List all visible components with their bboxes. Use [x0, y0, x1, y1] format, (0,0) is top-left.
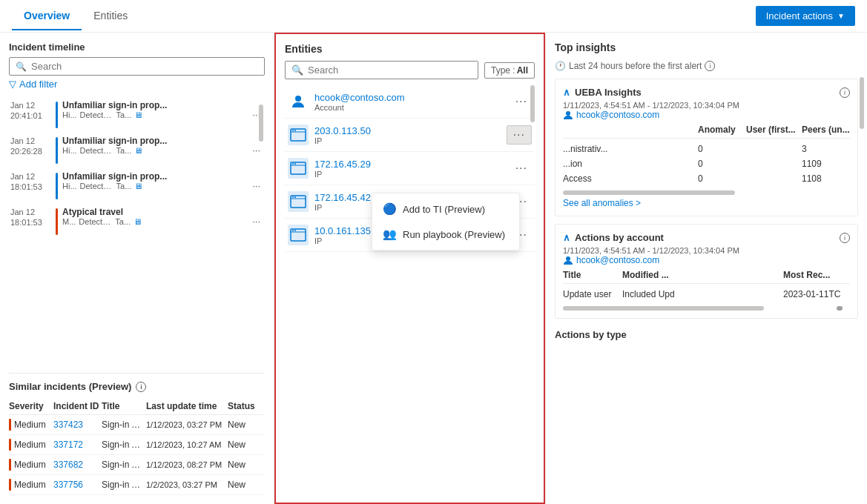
row2-title: Sign-in Activity from Suspicious ... [102, 440, 146, 450]
timeline-item[interactable]: Jan 1218:01:53 Unfamiliar sign-in prop..… [9, 168, 265, 202]
timeline-more-3[interactable]: ··· [249, 180, 263, 191]
timeline-scrollbar[interactable] [259, 105, 263, 142]
entities-search-box[interactable]: 🔍 [285, 61, 478, 79]
actions-h-scrollbar[interactable] [563, 306, 764, 311]
row3-id[interactable]: 337682 [53, 460, 102, 470]
entity-name-1[interactable]: hcook@contoso.com [314, 92, 505, 103]
entity-info-2: 203.0.113.50 IP [314, 125, 501, 145]
row4-title: Sign-in Activity from Suspicious ... [102, 480, 146, 490]
actions-date: 1/11/2023, 4:54:51 AM - 1/12/2023, 10:34… [563, 246, 850, 255]
insights-subtitle: 🕐 Last 24 hours before the first alert i [555, 61, 858, 71]
device-icon-1: 🖥 [134, 110, 142, 119]
device-icon-3: 🖥 [134, 182, 142, 190]
ueba-info-icon[interactable]: i [840, 87, 850, 98]
col-header-title: Title [102, 401, 146, 411]
entity-more-3[interactable]: ··· [511, 160, 532, 176]
entities-search-icon: 🔍 [291, 64, 303, 76]
entities-search-input[interactable] [308, 64, 472, 76]
timeline-content-3: Unfamiliar sign-in prop... Hi... Detecte… [62, 171, 245, 190]
type-filter-button[interactable]: Type : All [484, 62, 535, 79]
type-filter-label: Type : [491, 65, 515, 76]
timeline-content-4: Atypical travel M... Detected b... Ta...… [62, 207, 245, 226]
timeline-content-2: Unfamiliar sign-in prop... Hi... Detecte… [62, 136, 245, 155]
row1-id[interactable]: 337423 [53, 420, 102, 430]
tab-overview[interactable]: Overview [12, 2, 82, 30]
entities-scrollbar[interactable] [530, 85, 535, 122]
actions-collapse-icon[interactable]: ∧ [563, 232, 570, 243]
context-menu-add-ti[interactable]: 🔵 Add to TI (Preview) [372, 196, 519, 222]
timeline-bar-2 [56, 137, 58, 164]
row4-id[interactable]: 337756 [53, 480, 102, 490]
similar-row-2[interactable]: Medium 337172 Sign-in Activity from Susp… [9, 435, 265, 455]
entity-type-2: IP [314, 136, 501, 145]
timeline-item[interactable]: Jan 1220:26:28 Unfamiliar sign-in prop..… [9, 133, 265, 167]
add-filter-button[interactable]: ▽ Add filter [9, 79, 265, 90]
row1-title: Sign-in Activity from Suspicious ... [102, 420, 146, 430]
entity-item-1[interactable]: hcook@contoso.com Account ··· [285, 85, 535, 119]
entity-name-3[interactable]: 172.16.45.29 [314, 159, 505, 170]
svg-point-15 [292, 230, 294, 231]
timeline-tags-4: M... Detected b... Ta... 🖥 [62, 217, 245, 226]
search-icon: 🔍 [16, 62, 27, 72]
ueba-h-scrollbar[interactable] [563, 190, 735, 195]
actions-row-1: Update user Included Upd 2023-01-11TC [563, 287, 850, 302]
entity-more-1[interactable]: ··· [511, 93, 532, 110]
incident-actions-button[interactable]: Incident actions ▼ [756, 6, 855, 26]
timeline-bar-4 [56, 208, 58, 235]
entity-list: hcook@contoso.com Account ··· 203.0.113.… [285, 85, 535, 494]
timeline-items: Jan 1220:41:01 Unfamiliar sign-in prop..… [9, 97, 265, 238]
ueba-header: ∧ UEBA Insights i [563, 87, 850, 98]
entity-more-2[interactable]: ··· [507, 125, 532, 145]
similar-table-header: Severity Incident ID Title Last update t… [9, 398, 265, 415]
similar-row-3[interactable]: Medium 337682 Sign-in Activity from Susp… [9, 455, 265, 475]
timeline-title-2: Unfamiliar sign-in prop... [62, 136, 188, 146]
timeline-search-box[interactable]: 🔍 [9, 57, 265, 76]
ueba-collapse-icon[interactable]: ∧ [563, 87, 570, 98]
col-header-severity: Severity [9, 401, 53, 411]
entities-panel: Entities 🔍 Type : All hcook@contoso.com … [274, 33, 545, 504]
actions-info-icon[interactable]: i [840, 233, 850, 243]
right-panel: Top insights 🕐 Last 24 hours before the … [545, 33, 867, 504]
timeline-item[interactable]: Jan 1218:01:53 Atypical travel M... Dete… [9, 204, 265, 238]
timeline-more-2[interactable]: ··· [249, 145, 263, 156]
actions-by-account-section: ∧ Actions by account i 1/11/2023, 4:54:5… [555, 224, 858, 319]
ueba-date: 1/11/2023, 4:54:51 AM - 1/12/2023, 10:34… [563, 101, 850, 110]
tab-entities[interactable]: Entities [82, 2, 139, 30]
row4-time: 1/2/2023, 03:27 PM [146, 480, 228, 489]
svg-point-16 [294, 230, 296, 231]
type-filter-value: All [517, 65, 528, 76]
ip-icon-1 [288, 125, 309, 145]
actions-user: hcook@contoso.com [563, 255, 850, 265]
svg-point-8 [294, 163, 296, 165]
timeline-item[interactable]: Jan 1220:41:01 Unfamiliar sign-in prop..… [9, 97, 265, 131]
similar-incidents-section: Similar incidents (Preview) i Severity I… [9, 373, 265, 495]
similar-row-1[interactable]: Medium 337423 Sign-in Activity from Susp… [9, 415, 265, 435]
similar-row-4[interactable]: Medium 337756 Sign-in Activity from Susp… [9, 475, 265, 495]
col-header-status: Status [228, 401, 265, 411]
entity-name-2[interactable]: 203.0.113.50 [314, 125, 501, 136]
ueba-row-2: ...ion 0 1109 [563, 156, 850, 171]
col-header-time: Last update time [146, 401, 228, 411]
row2-id[interactable]: 337172 [53, 440, 102, 450]
timeline-more-4[interactable]: ··· [249, 216, 263, 227]
account-icon [288, 91, 309, 112]
svg-point-18 [566, 256, 570, 261]
col-header-id: Incident ID [53, 401, 102, 411]
entity-item-3[interactable]: 172.16.45.29 IP ··· [285, 152, 535, 185]
see-all-anomalies[interactable]: See all anomalies > [563, 198, 850, 208]
chevron-down-icon: ▼ [837, 12, 845, 20]
device-icon-2: 🖥 [134, 146, 142, 155]
timeline-date-2: Jan 1220:26:28 [10, 136, 51, 157]
context-menu: 🔵 Add to TI (Preview) 👥 Run playbook (Pr… [372, 193, 520, 251]
subtitle-info-icon[interactable]: i [705, 61, 715, 71]
ueba-section: ∧ UEBA Insights i 1/11/2023, 4:54:51 AM … [555, 79, 858, 216]
timeline-search-input[interactable] [31, 61, 258, 72]
info-icon[interactable]: i [136, 382, 146, 392]
right-panel-scrollbar[interactable] [860, 77, 864, 129]
row2-time: 1/12/2023, 10:27 AM [146, 440, 228, 449]
timeline-date-1: Jan 1220:41:01 [10, 100, 51, 122]
ip-icon-2 [288, 158, 309, 179]
run-playbook-icon: 👥 [383, 228, 397, 241]
context-menu-run-playbook[interactable]: 👥 Run playbook (Preview) [372, 222, 519, 247]
entity-item-2[interactable]: 203.0.113.50 IP ··· [285, 119, 535, 152]
